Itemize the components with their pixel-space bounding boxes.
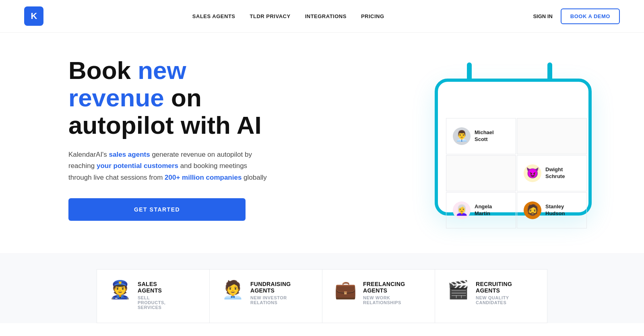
avatar-dwight: 😈 xyxy=(524,164,541,182)
cal-cell-dwight: 😈 DwightSchrute xyxy=(517,155,587,191)
recruiting-agent-icon: 🎬 xyxy=(447,281,469,299)
hero-description: KalendarAI's sales agents generate reven… xyxy=(68,149,270,184)
hero-title-text3: on xyxy=(164,84,202,112)
nav-links: SALES AGENTS TLDR PRIVACY INTEGRATIONS P… xyxy=(192,13,384,19)
hero-title-new: new xyxy=(138,56,186,84)
name-angela: AngelaMartin xyxy=(475,203,492,217)
sales-agent-icon: 👮 xyxy=(109,281,131,299)
name-michael: MichaelScott xyxy=(475,129,494,143)
fundraising-agent-sub: NEW INVESTORRELATIONS xyxy=(250,295,291,305)
calendar-grid: 👨‍💼 MichaelScott 😈 DwightSchrute 👩‍🦳 Ang… xyxy=(446,118,587,228)
get-started-button[interactable]: GET STARTED xyxy=(68,198,246,221)
sales-agents-link[interactable]: sales agents xyxy=(109,151,150,158)
freelancing-agent-info: FREELANCINGAGENTS NEW WORKRELATIONSHIPS xyxy=(363,281,405,305)
card-freelancing-agents[interactable]: 💼 FREELANCINGAGENTS NEW WORKRELATIONSHIP… xyxy=(322,269,435,323)
hero-desc-4: globally xyxy=(242,174,266,181)
book-demo-button[interactable]: BOOK A DEMO xyxy=(561,8,620,24)
recruiting-agent-title: RECRUITINGAGENTS xyxy=(476,281,512,294)
hero-section: Book new revenue onautopilot with AI Kal… xyxy=(20,33,624,253)
navbar: K SALES AGENTS TLDR PRIVACY INTEGRATIONS… xyxy=(0,0,644,33)
hero-title-revenue: revenue xyxy=(68,84,164,112)
avatar-stanley: 🧔 xyxy=(524,201,541,219)
name-stanley: StanleyHudson xyxy=(545,203,565,217)
nav-integrations[interactable]: INTEGRATIONS xyxy=(305,13,347,19)
nav-pricing[interactable]: PRICING xyxy=(361,13,384,19)
logo[interactable]: K xyxy=(24,6,43,26)
card-fundraising-agents[interactable]: 🧑‍💼 FUNDRAISINGAGENTS NEW INVESTORRELATI… xyxy=(209,269,322,323)
freelancing-agent-icon: 💼 xyxy=(334,281,357,299)
sales-agent-info: SALESAGENTS SELLPRODUCTS,SERVICES xyxy=(138,281,165,310)
avatar-angela: 👩‍🦳 xyxy=(453,201,471,219)
hero-illustration: 👨‍💼 MichaelScott 😈 DwightSchrute 👩‍🦳 Ang… xyxy=(431,62,600,216)
recruiting-agent-info: RECRUITINGAGENTS NEW QUALITYCANDIDATES xyxy=(476,281,512,305)
companies-link[interactable]: 200+ million companies xyxy=(165,174,242,181)
sales-agent-sub: SELLPRODUCTS,SERVICES xyxy=(138,295,165,310)
nav-tldr-privacy[interactable]: TLDR PRIVACY xyxy=(250,13,291,19)
hero-title-text1: Book xyxy=(68,56,138,84)
fundraising-agent-title: FUNDRAISINGAGENTS xyxy=(250,281,291,294)
potential-customers-link[interactable]: your potential customers xyxy=(97,162,178,170)
nav-actions: SIGN IN BOOK A DEMO xyxy=(533,8,620,24)
freelancing-agent-sub: NEW WORKRELATIONSHIPS xyxy=(363,295,405,305)
avatar-michael: 👨‍💼 xyxy=(453,127,471,145)
card-recruiting-agents[interactable]: 🎬 RECRUITINGAGENTS NEW QUALITYCANDIDATES xyxy=(435,269,547,323)
cal-cell-empty1 xyxy=(517,118,587,154)
freelancing-agent-title: FREELANCINGAGENTS xyxy=(363,281,405,294)
sales-agent-title: SALESAGENTS xyxy=(138,281,165,294)
cal-cell-angela: 👩‍🦳 AngelaMartin xyxy=(446,192,516,228)
cal-cell-empty2 xyxy=(446,155,516,191)
recruiting-agent-sub: NEW QUALITYCANDIDATES xyxy=(476,295,512,305)
sign-in-link[interactable]: SIGN IN xyxy=(533,13,552,19)
hero-title: Book new revenue onautopilot with AI xyxy=(68,57,270,139)
calendar-border: 👨‍💼 MichaelScott 😈 DwightSchrute 👩‍🦳 Ang… xyxy=(435,79,592,216)
agent-cards-section: 👮 SALESAGENTS SELLPRODUCTS,SERVICES 🧑‍💼 … xyxy=(0,253,644,323)
hero-desc-1: KalendarAI's xyxy=(68,151,109,158)
hero-title-rest: autopilot with AI xyxy=(68,111,262,139)
fundraising-agent-icon: 🧑‍💼 xyxy=(222,281,244,299)
fundraising-agent-info: FUNDRAISINGAGENTS NEW INVESTORRELATIONS xyxy=(250,281,291,305)
hero-content: Book new revenue onautopilot with AI Kal… xyxy=(68,57,270,221)
cal-cell-stanley: 🧔 StanleyHudson xyxy=(517,192,587,228)
calendar-widget: 👨‍💼 MichaelScott 😈 DwightSchrute 👩‍🦳 Ang… xyxy=(431,62,600,216)
nav-sales-agents[interactable]: SALES AGENTS xyxy=(192,13,235,19)
cal-cell-michael: 👨‍💼 MichaelScott xyxy=(446,118,516,154)
card-sales-agents[interactable]: 👮 SALESAGENTS SELLPRODUCTS,SERVICES xyxy=(97,269,209,323)
name-dwight: DwightSchrute xyxy=(545,166,565,180)
